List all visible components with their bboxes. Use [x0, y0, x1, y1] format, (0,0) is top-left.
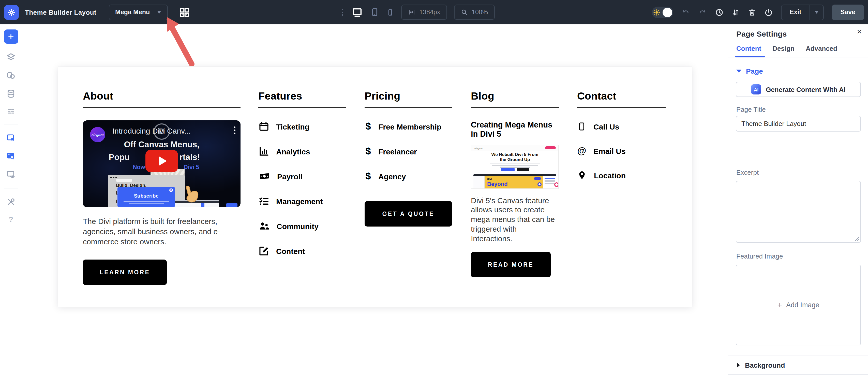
gear-icon	[7, 8, 16, 16]
dollar-icon: $	[365, 146, 372, 157]
tools-button[interactable]	[6, 197, 16, 207]
tab-design[interactable]: Design	[772, 45, 795, 57]
interactions-button[interactable]	[6, 133, 16, 143]
shapes-icon	[6, 71, 16, 80]
sidebar-divider	[4, 124, 18, 125]
delete-button[interactable]	[748, 8, 756, 16]
about-paragraph: The Divi platform is built for freelance…	[83, 216, 241, 247]
read-more-button[interactable]: READ MORE	[471, 252, 551, 278]
undo-button[interactable]	[681, 8, 690, 16]
help-button[interactable]: ?	[9, 215, 13, 223]
desktop-icon	[351, 7, 363, 18]
column-pricing: Pricing $ Free Membership $ Freelancer $…	[365, 90, 452, 307]
add-image-dropzone[interactable]: + Add Image	[736, 265, 861, 345]
menu-item-email-us[interactable]: @ Email Us	[577, 145, 665, 157]
menu-item-ticketing[interactable]: Ticketing	[258, 120, 346, 133]
thumb-heading: We Rebuilt Divi 5 Fromthe Ground Up	[471, 152, 558, 163]
page-section-toggle[interactable]: Page	[736, 67, 763, 75]
tab-advanced[interactable]: Advanced	[806, 45, 837, 57]
close-panel-button[interactable]: ×	[857, 27, 862, 36]
pin-icon	[577, 170, 587, 181]
column-about: About elegant D Introducing Divi Canv...…	[83, 90, 241, 307]
money-icon	[258, 171, 271, 182]
play-button[interactable]	[146, 150, 178, 172]
menu-item-call-us[interactable]: Call Us	[577, 120, 665, 133]
at-icon: @	[577, 145, 586, 156]
menu-item-community[interactable]: Community	[258, 220, 346, 232]
smartphone-icon	[577, 121, 586, 132]
chevron-down-icon	[736, 70, 741, 73]
canvas-width-input[interactable]: 1384px	[401, 5, 447, 20]
learn-more-button[interactable]: LEARN MORE	[83, 259, 167, 285]
page-settings-button[interactable]	[6, 107, 16, 115]
plus-icon: +	[777, 301, 782, 310]
redo-icon	[698, 8, 707, 16]
interaction-filled-icon	[6, 151, 16, 161]
exit-options-caret[interactable]	[809, 5, 823, 20]
layout-selector-dropdown[interactable]: Mega Menu	[108, 4, 167, 20]
video-title[interactable]: Introducing Divi Canv...	[113, 127, 212, 135]
tab-content[interactable]: Content	[736, 45, 761, 57]
plus-icon	[7, 33, 15, 40]
chevron-down-icon	[815, 11, 819, 14]
trash-icon	[748, 8, 756, 16]
get-a-quote-button[interactable]: GET A QUOTE	[365, 201, 452, 226]
sort-arrows-icon	[732, 8, 740, 16]
panel-title: Page Settings	[736, 30, 787, 38]
video-menu-icon[interactable]	[234, 127, 236, 134]
preview-button[interactable]	[6, 170, 16, 179]
thumb-app-screenshot: divi Beyond	[473, 174, 556, 188]
builder-sidebar: ?	[0, 24, 22, 385]
blog-post-thumbnail[interactable]: elegant We Rebuilt Divi 5 Fromthe Ground…	[471, 144, 559, 189]
page-title-label: Page Title	[736, 106, 766, 113]
menu-item-payroll[interactable]: Payroll	[258, 170, 346, 182]
interactions-active-button[interactable]	[6, 151, 16, 161]
excerpt-textarea[interactable]	[736, 181, 861, 243]
database-button[interactable]	[6, 89, 16, 99]
add-module-button[interactable]	[4, 30, 18, 44]
close-icon: ×	[169, 188, 173, 192]
builder-canvas: About elegant D Introducing Divi Canv...…	[22, 24, 727, 385]
layers-button[interactable]	[6, 52, 16, 62]
menu-item-content[interactable]: Content	[258, 245, 346, 257]
mega-menu-preview[interactable]: About elegant D Introducing Divi Canv...…	[58, 67, 692, 307]
menu-item-analytics[interactable]: Analytics	[258, 145, 346, 158]
menu-item-location[interactable]: Location	[577, 169, 665, 181]
play-icon	[159, 156, 166, 166]
database-icon	[6, 89, 16, 99]
menu-item-agency[interactable]: $ Agency	[365, 170, 452, 182]
blog-post-title[interactable]: Creating Mega Menus in Divi 5	[471, 120, 559, 139]
reorder-button[interactable]	[732, 8, 740, 16]
browser-eye-icon	[6, 170, 16, 179]
layers-icon	[6, 52, 16, 62]
background-section-toggle[interactable]: Background	[728, 355, 868, 375]
menu-item-free-membership[interactable]: $ Free Membership	[365, 120, 452, 133]
desktop-view-button[interactable]	[351, 7, 363, 18]
video-blue-button	[226, 203, 238, 207]
video-subscribe-modal: × Subscribe	[118, 187, 175, 207]
dollar-icon: $	[365, 121, 372, 132]
checklist-icon	[258, 196, 270, 207]
settings-gear-button[interactable]	[4, 5, 19, 20]
zoom-level-input[interactable]: 100%	[454, 5, 495, 20]
design-presets-button[interactable]	[6, 71, 16, 80]
redo-button[interactable]	[698, 8, 707, 16]
save-button[interactable]: Save	[832, 4, 864, 20]
phone-view-button[interactable]	[386, 7, 394, 17]
drag-handle-icon[interactable]	[342, 9, 343, 16]
theme-mode-toggle[interactable]	[652, 6, 673, 18]
dollar-icon: $	[365, 171, 372, 182]
chevron-down-icon	[157, 11, 161, 14]
youtube-video-embed[interactable]: elegant D Introducing Divi Canv... Off C…	[83, 120, 241, 207]
sidebar-divider	[4, 188, 18, 188]
history-button[interactable]	[715, 8, 723, 16]
menu-item-management[interactable]: Management	[258, 195, 346, 207]
generate-ai-button[interactable]: AI Generate Content With AI	[736, 82, 861, 97]
resize-handle[interactable]	[854, 236, 859, 241]
page-title-input[interactable]	[736, 116, 861, 132]
menu-item-freelancer[interactable]: $ Freelancer	[365, 145, 452, 158]
active-tab-indicator	[735, 56, 765, 57]
tablet-view-button[interactable]	[370, 7, 379, 17]
exit-button[interactable]: Exit	[781, 5, 809, 20]
power-button[interactable]	[764, 8, 773, 16]
